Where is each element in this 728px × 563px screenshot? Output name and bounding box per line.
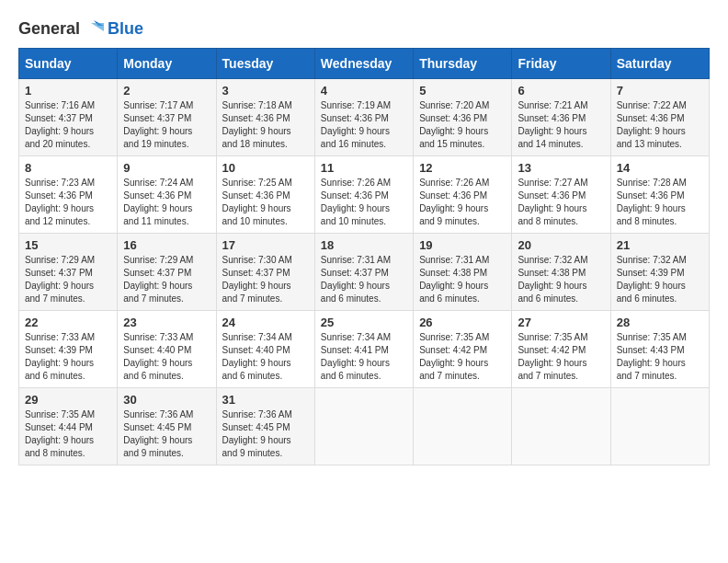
calendar-day-cell: 8 Sunrise: 7:23 AMSunset: 4:36 PMDayligh… [19,156,118,234]
calendar-day-cell: 24 Sunrise: 7:34 AMSunset: 4:40 PMDaylig… [216,311,314,388]
calendar-day-cell: 11 Sunrise: 7:26 AMSunset: 4:36 PMDaylig… [314,156,413,234]
calendar-day-cell: 22 Sunrise: 7:33 AMSunset: 4:39 PMDaylig… [19,311,118,388]
calendar-day-cell: 9 Sunrise: 7:24 AMSunset: 4:36 PMDayligh… [118,156,216,234]
weekday-header: Sunday [19,49,118,79]
calendar-day-cell: 27 Sunrise: 7:35 AMSunset: 4:42 PMDaylig… [512,311,610,388]
day-number: 7 [617,84,703,98]
calendar-day-cell [512,388,610,465]
day-info: Sunrise: 7:22 AMSunset: 4:36 PMDaylight:… [617,99,703,151]
day-info: Sunrise: 7:16 AMSunset: 4:37 PMDaylight:… [25,99,111,151]
weekday-header: Monday [118,49,216,79]
day-number: 1 [25,84,111,98]
calendar-day-cell: 19 Sunrise: 7:31 AMSunset: 4:38 PMDaylig… [414,234,512,311]
day-number: 19 [419,238,506,252]
day-info: Sunrise: 7:27 AMSunset: 4:36 PMDaylight:… [518,177,604,228]
calendar-day-cell: 14 Sunrise: 7:28 AMSunset: 4:36 PMDaylig… [610,156,709,234]
logo: General Blue [18,18,143,39]
calendar-day-cell: 26 Sunrise: 7:35 AMSunset: 4:42 PMDaylig… [414,311,512,388]
day-number: 30 [123,393,210,407]
day-number: 6 [518,84,604,98]
day-number: 2 [123,84,210,98]
calendar-day-cell: 1 Sunrise: 7:16 AMSunset: 4:37 PMDayligh… [19,79,118,156]
day-info: Sunrise: 7:33 AMSunset: 4:40 PMDaylight:… [123,331,210,383]
day-number: 28 [617,316,703,329]
day-number: 9 [123,161,210,175]
day-number: 13 [518,161,604,175]
day-number: 26 [419,316,506,329]
calendar-day-cell [414,388,512,465]
calendar-day-cell: 13 Sunrise: 7:27 AMSunset: 4:36 PMDaylig… [512,156,610,234]
calendar-week-row: 8 Sunrise: 7:23 AMSunset: 4:36 PMDayligh… [19,156,710,234]
logo-text-blue: Blue [108,19,143,39]
day-number: 11 [321,161,407,175]
day-number: 29 [25,393,111,407]
calendar-table: SundayMondayTuesdayWednesdayThursdayFrid… [18,48,710,465]
calendar-day-cell: 6 Sunrise: 7:21 AMSunset: 4:36 PMDayligh… [512,79,610,156]
calendar-day-cell: 20 Sunrise: 7:32 AMSunset: 4:38 PMDaylig… [512,234,610,311]
day-info: Sunrise: 7:26 AMSunset: 4:36 PMDaylight:… [321,177,407,228]
day-info: Sunrise: 7:18 AMSunset: 4:36 PMDaylight:… [222,99,309,151]
day-number: 14 [617,161,703,175]
day-info: Sunrise: 7:31 AMSunset: 4:38 PMDaylight:… [419,254,506,305]
day-info: Sunrise: 7:36 AMSunset: 4:45 PMDaylight:… [222,408,309,460]
day-info: Sunrise: 7:26 AMSunset: 4:36 PMDaylight:… [419,177,506,228]
day-number: 12 [419,161,506,175]
calendar-header-row: SundayMondayTuesdayWednesdayThursdayFrid… [19,49,710,79]
calendar-day-cell [314,388,413,465]
header: General Blue [18,18,710,39]
day-info: Sunrise: 7:35 AMSunset: 4:43 PMDaylight:… [617,331,703,383]
calendar-day-cell: 17 Sunrise: 7:30 AMSunset: 4:37 PMDaylig… [216,234,314,311]
calendar-week-row: 15 Sunrise: 7:29 AMSunset: 4:37 PMDaylig… [19,234,710,311]
calendar-day-cell: 10 Sunrise: 7:25 AMSunset: 4:36 PMDaylig… [216,156,314,234]
day-number: 25 [321,316,407,329]
weekday-header: Tuesday [216,49,314,79]
day-number: 21 [617,238,703,252]
calendar-day-cell: 4 Sunrise: 7:19 AMSunset: 4:36 PMDayligh… [314,79,413,156]
svg-marker-1 [91,23,104,31]
day-number: 18 [321,238,407,252]
day-info: Sunrise: 7:30 AMSunset: 4:37 PMDaylight:… [222,254,309,305]
calendar-day-cell: 31 Sunrise: 7:36 AMSunset: 4:45 PMDaylig… [216,388,314,465]
day-info: Sunrise: 7:21 AMSunset: 4:36 PMDaylight:… [518,99,604,151]
calendar-day-cell: 23 Sunrise: 7:33 AMSunset: 4:40 PMDaylig… [118,311,216,388]
weekday-header: Wednesday [314,49,413,79]
calendar-day-cell: 2 Sunrise: 7:17 AMSunset: 4:37 PMDayligh… [118,79,216,156]
day-info: Sunrise: 7:19 AMSunset: 4:36 PMDaylight:… [321,99,407,151]
calendar-day-cell: 16 Sunrise: 7:29 AMSunset: 4:37 PMDaylig… [118,234,216,311]
day-info: Sunrise: 7:34 AMSunset: 4:40 PMDaylight:… [222,331,309,383]
day-info: Sunrise: 7:34 AMSunset: 4:41 PMDaylight:… [321,331,407,383]
day-info: Sunrise: 7:25 AMSunset: 4:36 PMDaylight:… [222,177,309,228]
day-info: Sunrise: 7:29 AMSunset: 4:37 PMDaylight:… [123,254,210,305]
day-number: 17 [222,238,309,252]
day-number: 15 [25,238,111,252]
day-number: 16 [123,238,210,252]
calendar-day-cell: 30 Sunrise: 7:36 AMSunset: 4:45 PMDaylig… [118,388,216,465]
calendar-day-cell: 28 Sunrise: 7:35 AMSunset: 4:43 PMDaylig… [610,311,709,388]
day-number: 24 [222,316,309,329]
day-number: 22 [25,316,111,329]
day-info: Sunrise: 7:29 AMSunset: 4:37 PMDaylight:… [25,254,111,305]
day-number: 8 [25,161,111,175]
day-info: Sunrise: 7:33 AMSunset: 4:39 PMDaylight:… [25,331,111,383]
day-number: 5 [419,84,506,98]
calendar-day-cell: 18 Sunrise: 7:31 AMSunset: 4:37 PMDaylig… [314,234,413,311]
day-info: Sunrise: 7:17 AMSunset: 4:37 PMDaylight:… [123,99,210,151]
day-number: 20 [518,238,604,252]
day-info: Sunrise: 7:32 AMSunset: 4:38 PMDaylight:… [518,254,604,305]
calendar-week-row: 22 Sunrise: 7:33 AMSunset: 4:39 PMDaylig… [19,311,710,388]
calendar-week-row: 1 Sunrise: 7:16 AMSunset: 4:37 PMDayligh… [19,79,710,156]
calendar-day-cell: 7 Sunrise: 7:22 AMSunset: 4:36 PMDayligh… [610,79,709,156]
calendar-day-cell: 15 Sunrise: 7:29 AMSunset: 4:37 PMDaylig… [19,234,118,311]
calendar-day-cell: 21 Sunrise: 7:32 AMSunset: 4:39 PMDaylig… [610,234,709,311]
weekday-header: Saturday [610,49,709,79]
day-info: Sunrise: 7:31 AMSunset: 4:37 PMDaylight:… [321,254,407,305]
weekday-header: Thursday [414,49,512,79]
day-number: 23 [123,316,210,329]
day-info: Sunrise: 7:35 AMSunset: 4:42 PMDaylight:… [518,331,604,383]
calendar-week-row: 29 Sunrise: 7:35 AMSunset: 4:44 PMDaylig… [19,388,710,465]
day-number: 3 [222,84,309,98]
day-number: 4 [321,84,407,98]
day-info: Sunrise: 7:36 AMSunset: 4:45 PMDaylight:… [123,408,210,460]
day-info: Sunrise: 7:35 AMSunset: 4:44 PMDaylight:… [25,408,111,460]
day-info: Sunrise: 7:35 AMSunset: 4:42 PMDaylight:… [419,331,506,383]
